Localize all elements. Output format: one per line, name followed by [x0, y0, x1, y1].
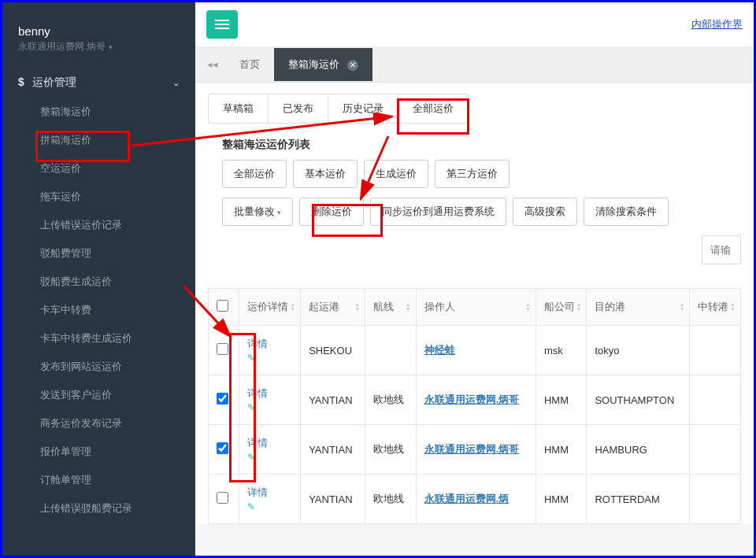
col-1[interactable]: 运价详情▲▼	[239, 289, 300, 326]
col-3[interactable]: 航线▲▼	[365, 289, 416, 326]
section-title: 整箱海运运价列表	[222, 138, 741, 152]
filter-btn-0[interactable]: 全部运价	[222, 160, 287, 188]
tab-home[interactable]: 首页	[225, 48, 274, 81]
table-row: 详情✎YANTIAN欧地线永联通用运费网.炳哥HMMHAMBURG	[209, 425, 741, 475]
edit-icon[interactable]: ✎	[247, 452, 292, 463]
sidebar-item-8[interactable]: 卡车中转费生成运价	[2, 324, 195, 353]
close-icon[interactable]: ✕	[347, 60, 358, 71]
filter-btn-2[interactable]: 生成运价	[364, 160, 428, 188]
table-row: 详情✎SHEKOU神经蛙msktokyo	[209, 326, 741, 375]
cell-route	[365, 326, 416, 375]
sort-icon: ▲▼	[525, 302, 531, 312]
detail-link[interactable]: 详情	[247, 437, 268, 449]
filter-btn-3[interactable]: 第三方运价	[435, 160, 510, 188]
sidebar-item-10[interactable]: 发送到客户运价	[2, 381, 195, 409]
nav-section-pricing[interactable]: 运价管理 ⌄	[2, 68, 195, 98]
sidebar-item-4[interactable]: 上传错误运价记录	[2, 211, 195, 239]
detail-link[interactable]: 详情	[247, 338, 268, 349]
page-tabs: ◂◂ 首页 整箱海运价 ✕	[195, 46, 754, 83]
col-2[interactable]: 起运港▲▼	[301, 289, 365, 326]
operator-link[interactable]: 神经蛙	[424, 344, 455, 356]
advanced-search-button[interactable]: 高级搜索	[513, 198, 577, 226]
sort-icon: ▲▼	[576, 302, 582, 312]
sidebar-item-0[interactable]: 整箱海运价	[2, 98, 195, 126]
sort-icon: ▲▼	[730, 302, 736, 312]
sidebar-item-2[interactable]: 空运运价	[2, 154, 195, 183]
filter-btn-1[interactable]: 基本运价	[293, 160, 358, 188]
col-0	[209, 289, 239, 326]
subtab-1[interactable]: 已发布	[269, 94, 328, 123]
sync-button[interactable]: 同步运价到通用运费系统	[370, 198, 506, 226]
sort-icon: ▲▼	[406, 302, 411, 312]
cell-dest: ROTTERDAM	[587, 475, 690, 524]
select-all-checkbox[interactable]	[217, 300, 228, 312]
sort-icon: ▲▼	[290, 302, 295, 312]
col-4[interactable]: 操作人▲▼	[416, 289, 536, 326]
tabs-back-icon[interactable]: ◂◂	[200, 58, 225, 70]
cell-transit	[690, 425, 741, 475]
row-checkbox[interactable]	[217, 343, 228, 355]
cell-transit	[690, 475, 741, 524]
tab-fcl-price[interactable]: 整箱海运价 ✕	[274, 48, 372, 81]
table-row: 详情✎YANTIAN欧地线永联通用运费网.炳哥HMMSOUTHAMPTON	[209, 375, 741, 425]
table-row: 详情✎YANTIAN欧地线永联通用运费网.炳HMMROTTERDAM	[209, 475, 741, 524]
row-checkbox[interactable]	[217, 492, 228, 504]
col-5[interactable]: 船公司▲▼	[536, 289, 586, 326]
hamburger-button[interactable]	[206, 10, 238, 39]
col-7[interactable]: 中转港▲▼	[690, 289, 741, 326]
sidebar-item-13[interactable]: 订舱单管理	[2, 466, 195, 494]
search-input[interactable]	[702, 235, 741, 264]
cell-carrier: HMM	[536, 475, 586, 524]
sort-icon: ▲▼	[354, 302, 360, 312]
edit-icon[interactable]: ✎	[247, 501, 292, 512]
sidebar-item-14[interactable]: 上传错误驳船费记录	[2, 494, 195, 523]
operator-link[interactable]: 永联通用运费网.炳哥	[424, 443, 520, 455]
delete-price-button[interactable]: 删除运价	[299, 198, 364, 226]
subtab-0[interactable]: 草稿箱	[209, 94, 269, 123]
sidebar-item-12[interactable]: 报价单管理	[2, 438, 195, 466]
row-checkbox[interactable]	[217, 393, 228, 405]
sidebar: benny 永联通用运费网.炳哥 运价管理 ⌄ 整箱海运价拼箱海运价空运运价拖车…	[2, 2, 195, 556]
cell-origin: SHEKOU	[301, 326, 365, 375]
sidebar-item-1[interactable]: 拼箱海运价	[2, 126, 195, 154]
internal-ops-link[interactable]: 内部操作界	[691, 17, 743, 31]
clear-search-button[interactable]: 清除搜索条件	[584, 198, 669, 226]
sidebar-item-11[interactable]: 商务运价发布记录	[2, 409, 195, 438]
cell-dest: tokyo	[587, 326, 690, 375]
subtab-3[interactable]: 全部运价	[398, 94, 468, 123]
cell-carrier: msk	[536, 326, 586, 375]
cell-origin: YANTIAN	[301, 425, 365, 475]
cell-transit	[690, 375, 741, 425]
sidebar-item-7[interactable]: 卡车中转费	[2, 296, 195, 324]
chevron-down-icon: ⌄	[172, 78, 180, 88]
cell-carrier: HMM	[536, 375, 586, 425]
user-box[interactable]: benny 永联通用运费网.炳哥	[2, 2, 195, 68]
edit-icon[interactable]: ✎	[247, 402, 292, 413]
row-checkbox[interactable]	[217, 442, 228, 454]
cell-transit	[690, 326, 741, 375]
detail-link[interactable]: 详情	[247, 387, 268, 399]
cell-route: 欧地线	[365, 425, 416, 475]
main-area: 内部操作界 ◂◂ 首页 整箱海运价 ✕ 草稿箱已发布历史记录全部运价 整箱海运运…	[195, 2, 754, 556]
sidebar-item-9[interactable]: 发布到网站运运价	[2, 353, 195, 381]
batch-edit-button[interactable]: 批量修改	[222, 198, 293, 226]
sort-icon: ▲▼	[680, 302, 685, 312]
user-name: benny	[18, 24, 180, 38]
price-table: 运价详情▲▼起运港▲▼航线▲▼操作人▲▼船公司▲▼目的港▲▼中转港▲▼ 详情✎S…	[208, 288, 741, 524]
operator-link[interactable]: 永联通用运费网.炳哥	[424, 394, 520, 405]
top-bar: 内部操作界	[195, 2, 754, 46]
operator-link[interactable]: 永联通用运费网.炳	[424, 493, 510, 504]
sidebar-item-3[interactable]: 拖车运价	[2, 183, 195, 211]
col-6[interactable]: 目的港▲▼	[587, 289, 690, 326]
filter-row: 全部运价基本运价生成运价第三方运价	[222, 160, 741, 188]
sub-tabs: 草稿箱已发布历史记录全部运价	[208, 94, 469, 124]
content: 草稿箱已发布历史记录全部运价 整箱海运运价列表 全部运价基本运价生成运价第三方运…	[195, 83, 754, 524]
sidebar-item-5[interactable]: 驳船费管理	[2, 239, 195, 268]
sidebar-item-6[interactable]: 驳船费生成运价	[2, 268, 195, 296]
action-row: 批量修改 删除运价 同步运价到通用运费系统 高级搜索 清除搜索条件	[222, 198, 741, 226]
detail-link[interactable]: 详情	[247, 486, 268, 498]
subtab-2[interactable]: 历史记录	[328, 94, 398, 123]
cell-origin: YANTIAN	[301, 375, 365, 425]
edit-icon[interactable]: ✎	[247, 353, 292, 364]
cell-carrier: HMM	[536, 425, 586, 475]
